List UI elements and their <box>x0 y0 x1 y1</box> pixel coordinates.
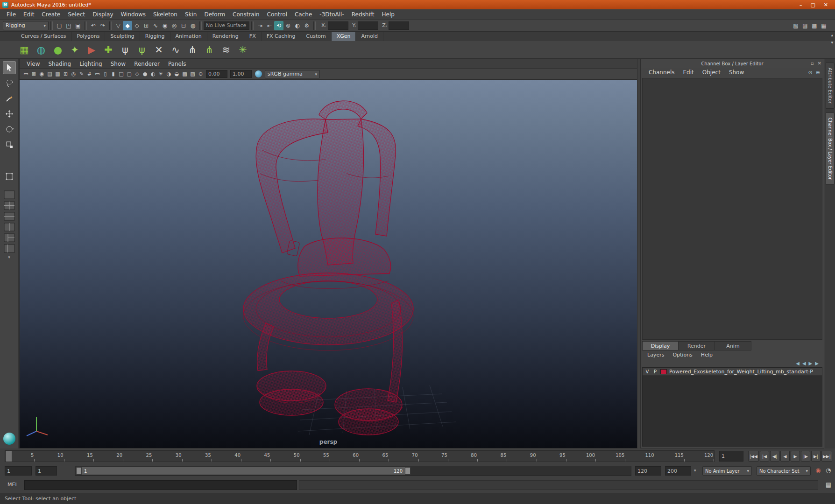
rotate-tool-button[interactable] <box>3 123 16 136</box>
xgen-length-brush-icon[interactable]: ψ <box>134 42 149 57</box>
viewport-menu-item[interactable]: Lighting <box>75 61 106 67</box>
animation-preferences-icon[interactable]: ◔ <box>826 467 831 474</box>
menu-item[interactable]: Edit <box>20 10 38 19</box>
snap-to-curves-icon[interactable]: ∿ <box>151 21 160 30</box>
use-all-lights-icon[interactable]: ☀ <box>157 70 165 78</box>
layer-menu-item[interactable]: Help <box>697 352 717 358</box>
attribute-editor-vertical-tab[interactable]: Attribute Editor <box>826 63 835 109</box>
grease-pencil-icon[interactable]: ✎ <box>78 70 85 78</box>
shelf-tab[interactable]: Polygons <box>72 32 106 41</box>
menu-item[interactable]: Redshift <box>348 10 378 19</box>
snap-to-view-planes-icon[interactable]: ⊟ <box>179 21 188 30</box>
shelf-tab[interactable]: FX Caching <box>262 32 301 41</box>
group-separator[interactable] <box>50 21 53 30</box>
channel-box-menu-item[interactable]: Edit <box>679 69 698 76</box>
output-connections-icon[interactable]: ⇤ <box>265 21 274 30</box>
tab-display-layers[interactable]: Display <box>642 341 679 350</box>
layout-two-panes-stacked-button[interactable] <box>4 212 15 221</box>
play-backwards-button[interactable]: ◀ <box>780 451 790 462</box>
menu-item[interactable]: Cache <box>291 10 316 19</box>
tab-anim-layers[interactable]: Anim <box>715 341 751 350</box>
playback-start-field[interactable] <box>35 466 57 476</box>
xgen-interactive-groom-icon[interactable]: ✳ <box>235 42 250 57</box>
xgen-sculpt-guides-icon[interactable]: ⋔ <box>202 42 217 57</box>
view-transform-dropdown[interactable]: sRGB gamma ▾ <box>265 70 320 78</box>
universal-manipulator-button[interactable] <box>3 170 16 183</box>
menu-item[interactable]: File <box>3 10 20 19</box>
close-button[interactable]: ✕ <box>824 2 828 8</box>
channel-box-vertical-tab[interactable]: Channel Box / Layer Editor <box>826 112 835 185</box>
range-start-handle[interactable] <box>76 467 82 475</box>
snap-to-grid-icon[interactable]: ⊞ <box>142 21 151 30</box>
wireframe-mode-icon[interactable]: ◇ <box>133 70 141 78</box>
layer-move-up-icon[interactable]: ◀ <box>796 361 800 366</box>
xgen-export-selection-icon[interactable]: ◍ <box>34 42 49 57</box>
film-gate-icon[interactable]: ▭ <box>93 70 101 78</box>
panel-header[interactable]: Channel Box / Layer Editor ▫ ✕ <box>641 59 824 68</box>
animation-end-field[interactable] <box>665 466 691 476</box>
layer-menu-item[interactable]: Layers <box>643 352 668 358</box>
xgen-place-guides-icon[interactable]: ⋔ <box>185 42 200 57</box>
step-forward-key-button[interactable]: ▶| <box>811 451 821 462</box>
shelf-scroll-down-icon[interactable]: ▾ <box>831 40 833 45</box>
gate-mask-icon[interactable]: ▮ <box>109 70 117 78</box>
mel-command-input[interactable] <box>24 480 297 490</box>
toggle-modeling-toolkit-icon[interactable]: ▧ <box>791 21 800 30</box>
dock-panel-icon[interactable]: ▫ <box>811 61 814 66</box>
go-to-end-button[interactable]: ▶▶| <box>821 451 832 462</box>
make-live-icon[interactable]: ◍ <box>188 21 198 30</box>
shelf-tab[interactable]: Arnold <box>356 32 383 41</box>
range-options-caret-icon[interactable]: ▾ <box>694 468 696 473</box>
render-settings-icon[interactable]: ⚙ <box>302 21 311 30</box>
command-language-toggle[interactable]: MEL <box>7 482 18 488</box>
character-set-dropdown[interactable]: No Character Set ▾ <box>757 466 811 476</box>
y-coordinate-input[interactable] <box>358 21 378 30</box>
animation-start-field[interactable] <box>5 466 32 476</box>
snap-to-points-icon[interactable]: ◉ <box>160 21 170 30</box>
layer-move-down-icon[interactable]: ◀ <box>802 361 806 366</box>
xgen-create-description-icon[interactable]: ● <box>50 42 65 57</box>
layout-single-pane-button[interactable] <box>4 190 15 199</box>
xray-icon[interactable]: ▧ <box>189 70 197 78</box>
viewport-menu-item[interactable]: Renderer <box>130 61 164 67</box>
viewport-menu-item[interactable]: View <box>22 61 44 67</box>
title-bar[interactable]: M Autodesk Maya 2016: untitled* – ▢ ✕ <box>0 0 835 9</box>
shelf-tab[interactable]: Sculpting <box>105 32 140 41</box>
select-object-icon[interactable]: ◆ <box>123 21 132 30</box>
menu-item[interactable]: Deform <box>200 10 229 19</box>
ambient-occlusion-icon[interactable]: ◒ <box>173 70 181 78</box>
step-back-frame-button[interactable]: ◀| <box>770 451 779 462</box>
grid-icon[interactable]: # <box>85 70 93 78</box>
live-surface-field[interactable] <box>204 21 249 30</box>
maximize-button[interactable]: ▢ <box>810 2 815 8</box>
layout-four-panes-button[interactable] <box>4 201 15 210</box>
shelf-tab[interactable]: Rigging <box>140 32 170 41</box>
oversampling-icon[interactable]: ◎ <box>70 70 78 78</box>
viewport-menu-item[interactable]: Shading <box>44 61 75 67</box>
paint-select-tool-button[interactable] <box>3 92 16 105</box>
layer-row[interactable]: V P Powered_Exoskeleton_for_Weight_Lifti… <box>643 368 822 376</box>
image-plane-icon[interactable]: ▦ <box>54 70 62 78</box>
xgen-guides-to-curves-icon[interactable]: ≋ <box>219 42 234 57</box>
scale-tool-button[interactable] <box>3 138 16 151</box>
menu-item[interactable]: Display <box>89 10 117 19</box>
range-slider-track[interactable]: 1 120 <box>75 466 631 476</box>
select-hierarchy-icon[interactable]: ▽ <box>113 21 123 30</box>
xgen-noise-brush-icon[interactable]: ∿ <box>168 42 183 57</box>
construction-history-icon[interactable]: ⟲ <box>274 21 283 30</box>
gamma-field[interactable] <box>230 70 252 78</box>
time-slider[interactable]: 5101520253035404550556065707580859095100… <box>5 450 715 462</box>
ipr-render-icon[interactable]: ◐ <box>293 21 302 30</box>
input-connections-icon[interactable]: ⇥ <box>255 21 265 30</box>
group-separator[interactable] <box>251 21 254 30</box>
layout-three-panes-button[interactable] <box>4 233 15 242</box>
group-separator[interactable] <box>109 21 112 30</box>
hyperbolic-spread-icon[interactable]: ⊕ <box>816 70 820 76</box>
range-end-handle[interactable] <box>405 467 410 475</box>
menu-item[interactable]: Help <box>378 10 398 19</box>
menu-item[interactable]: Skeleton <box>149 10 181 19</box>
anti-alias-icon[interactable]: ▩ <box>181 70 189 78</box>
shelf-tab[interactable]: Curves / Surfaces <box>16 32 72 41</box>
xgen-editor-icon[interactable]: ▦ <box>17 42 32 57</box>
play-forwards-button[interactable]: ▶ <box>791 451 800 462</box>
